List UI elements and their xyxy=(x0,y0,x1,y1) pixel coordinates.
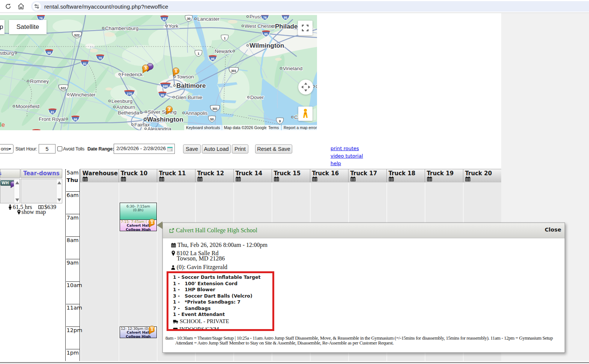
equipment-list-box: 1 - Soccer Darts Inflatable Target1 - 10… xyxy=(167,271,274,331)
avoid-tolls-checkbox[interactable] xyxy=(57,146,62,151)
svg-text:Ashburn: Ashburn xyxy=(116,104,135,110)
print-button[interactable]: Print xyxy=(232,144,248,153)
avoid-tolls-label: Avoid Tolls xyxy=(63,146,84,152)
calendar-icon[interactable] xyxy=(350,176,356,182)
map-city-ashburn: Ashburn xyxy=(114,104,135,110)
tab-setups-partial[interactable]: s xyxy=(0,169,20,178)
date-range-input[interactable]: 2/26/2026 - 2/28/2026 3 xyxy=(114,144,175,154)
satellite-button[interactable]: Satellite xyxy=(9,20,47,34)
svg-text:Frostburg: Frostburg xyxy=(0,50,14,56)
calendar-icon[interactable] xyxy=(121,176,126,182)
url-text[interactable]: rental.software/myaccount/routing.php?ne… xyxy=(44,3,168,10)
svg-text:301: 301 xyxy=(231,69,236,73)
pegman-icon xyxy=(298,107,313,121)
map-city-leesburg: Leesburg xyxy=(109,98,133,104)
address-bar[interactable]: rental.software/myaccount/routing.php?ne… xyxy=(31,1,589,12)
scroll-up-icon[interactable] xyxy=(15,181,19,184)
pegman-button[interactable] xyxy=(298,107,313,121)
svg-text:522: 522 xyxy=(74,33,80,37)
svg-text:76: 76 xyxy=(263,16,267,20)
calendar-icon xyxy=(171,243,176,248)
start-hour-input[interactable] xyxy=(39,144,56,153)
event-detail-popup: Calvert Hall College High School Close T… xyxy=(162,223,565,353)
video-tutorial-link[interactable]: video tutorial xyxy=(331,153,363,159)
auto-load-button[interactable]: Auto Load xyxy=(202,144,231,153)
tab-tear-downs[interactable]: Tear-downs xyxy=(21,169,62,178)
calendar-icon[interactable] xyxy=(159,176,164,182)
equipment-item: 1 - Soccer Darts Inflatable Target xyxy=(173,274,272,281)
order-count-marker: 1 xyxy=(145,218,155,230)
calendar-icon[interactable] xyxy=(197,176,203,182)
map-pin-icon xyxy=(17,210,21,215)
time-label-10am: 10am xyxy=(66,282,80,304)
calendar-icon[interactable] xyxy=(389,176,394,182)
column-header-truck-10: Truck 10 xyxy=(119,169,157,182)
truck-icon xyxy=(173,320,178,324)
popup-title-link[interactable]: Calvert Hall College High School xyxy=(169,227,257,234)
scrollbar[interactable] xyxy=(56,179,62,203)
map-type-button[interactable]: p xyxy=(0,20,5,34)
external-link-icon xyxy=(169,228,174,233)
pan-control[interactable] xyxy=(298,80,313,95)
map-data-attribution: Map data ©2026 Google xyxy=(222,125,269,130)
svg-text:3: 3 xyxy=(171,149,172,151)
print-routes-link[interactable]: print routes xyxy=(331,146,359,151)
calendar-icon[interactable] xyxy=(83,176,88,182)
reload-icon[interactable] xyxy=(4,2,12,11)
site-settings-icon[interactable] xyxy=(33,2,41,11)
map[interactable]: FrostburgChambersburgLancasterYorkWest C… xyxy=(0,15,317,130)
calendar-icon[interactable] xyxy=(427,176,432,182)
svg-text:Leesburg: Leesburg xyxy=(111,98,132,104)
svg-text:81: 81 xyxy=(51,110,54,114)
close-button[interactable]: Close xyxy=(545,227,561,233)
svg-text:York: York xyxy=(168,23,179,29)
show-map-link[interactable]: show map xyxy=(17,209,46,215)
map-city-newark: Newark xyxy=(215,48,234,54)
column-body-warehouse[interactable] xyxy=(80,182,119,361)
report-map-error-link[interactable]: Report a map error xyxy=(282,125,317,130)
svg-text:66: 66 xyxy=(74,117,77,121)
svg-text:Glen Burnie: Glen Burnie xyxy=(176,95,202,100)
reset-save-button[interactable]: Reset & Save xyxy=(255,144,292,153)
save-button[interactable]: Save xyxy=(183,144,201,153)
tear-downs-list[interactable] xyxy=(21,179,62,203)
svg-text:Vineland: Vineland xyxy=(283,66,302,71)
help-link[interactable]: help xyxy=(331,161,341,166)
keyboard-shortcuts-link[interactable]: Keyboard shortcuts xyxy=(184,125,222,130)
svg-text:Annapolis: Annapolis xyxy=(185,110,208,116)
schedule-event[interactable]: 6:30- 7:15am(0.8h) xyxy=(120,203,157,220)
scroll-down-icon[interactable] xyxy=(57,199,61,202)
column-header-truck-12: Truck 12 xyxy=(195,169,233,182)
popup-datetime: Thu, Feb 26, 2026 8:00am - 12:00pm xyxy=(171,242,267,248)
start-hour-label: Start Hour: xyxy=(15,146,37,152)
time-label-11am: 11am xyxy=(66,304,80,327)
deliveries-list[interactable]: WH xyxy=(0,179,20,203)
time-label-7am: 7am xyxy=(66,214,80,237)
equipment-item: 1 - Event Attendant xyxy=(173,311,272,318)
svg-text:68: 68 xyxy=(47,51,51,55)
svg-text:50: 50 xyxy=(210,117,214,121)
scroll-down-icon[interactable] xyxy=(15,199,19,202)
scrollbar[interactable] xyxy=(14,179,20,203)
home-icon[interactable] xyxy=(17,2,25,11)
map-city-bethesda: Bethesda xyxy=(118,110,142,116)
svg-text:270: 270 xyxy=(127,92,132,96)
terms-link[interactable]: Terms xyxy=(266,125,281,130)
svg-text:83: 83 xyxy=(162,17,166,21)
date-picker-icon[interactable]: 3 xyxy=(167,146,173,153)
map-city-alexandria: Alexandria xyxy=(145,126,172,131)
map-city-baltimore: Baltimore xyxy=(174,82,206,89)
calendar-icon[interactable] xyxy=(312,176,317,182)
wh-delivery-item[interactable]: WH xyxy=(0,180,15,186)
equipment-item: 3 - Soccer Dart Balls (Velcro) xyxy=(173,293,272,299)
scroll-up-icon[interactable] xyxy=(57,181,61,184)
calendar-icon[interactable] xyxy=(465,176,470,182)
time-label-8am: 8am xyxy=(66,237,80,259)
svg-text:95: 95 xyxy=(284,16,287,20)
fullscreen-button[interactable] xyxy=(298,21,313,35)
popup-location-type: INDOORS/GYM xyxy=(173,326,272,331)
calendar-icon[interactable] xyxy=(274,176,279,182)
calendar-icon[interactable] xyxy=(236,176,241,182)
routing-options-select[interactable]: ons xyxy=(0,144,14,153)
svg-text:Winchester: Winchester xyxy=(70,92,96,98)
